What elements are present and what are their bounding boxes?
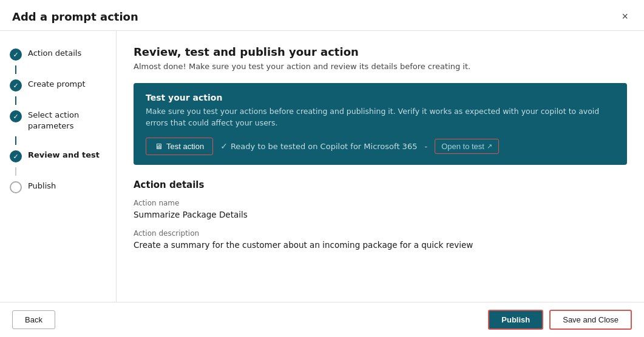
sidebar: ✓ Action details ✓ Create prompt ✓ Selec… bbox=[0, 31, 117, 302]
action-name-label: Action name bbox=[134, 199, 627, 207]
step-indicator-3: ✓ bbox=[10, 110, 22, 122]
separator: - bbox=[424, 142, 427, 151]
main-content: Review, test and publish your action Alm… bbox=[117, 31, 644, 302]
open-to-test-label: Open to test bbox=[441, 142, 484, 151]
sidebar-item-review-test[interactable]: ✓ Review and test bbox=[0, 145, 116, 167]
sidebar-item-select-params[interactable]: ✓ Select action parameters bbox=[0, 105, 116, 136]
sidebar-item-action-details[interactable]: ✓ Action details bbox=[0, 43, 116, 65]
sidebar-item-label-1: Action details bbox=[28, 48, 81, 59]
content-subtitle: Almost done! Make sure you test your act… bbox=[134, 62, 627, 71]
sidebar-item-label-4: Review and test bbox=[28, 150, 100, 161]
test-icon: 🖥 bbox=[155, 142, 163, 151]
sidebar-item-publish[interactable]: Publish bbox=[0, 176, 116, 198]
test-card-description: Make sure you test your actions before c… bbox=[146, 106, 615, 129]
action-details-section: Action details Action name Summarize Pac… bbox=[134, 179, 627, 250]
action-details-title: Action details bbox=[134, 179, 627, 190]
sidebar-item-label-3: Select action parameters bbox=[28, 110, 106, 132]
open-to-test-button[interactable]: Open to test ↗ bbox=[435, 139, 499, 154]
content-title: Review, test and publish your action bbox=[134, 45, 627, 58]
connector-3 bbox=[15, 136, 16, 145]
modal-header: Add a prompt action × bbox=[0, 0, 644, 31]
sidebar-item-create-prompt[interactable]: ✓ Create prompt bbox=[0, 74, 116, 96]
ready-text: ✓ Ready to be tested on Copilot for Micr… bbox=[220, 141, 417, 151]
checkmark-icon: ✓ bbox=[220, 141, 228, 151]
action-description-label: Action description bbox=[134, 229, 627, 238]
action-name-value: Summarize Package Details bbox=[134, 210, 627, 219]
close-button[interactable]: × bbox=[618, 10, 632, 23]
step-indicator-1: ✓ bbox=[10, 48, 22, 61]
connector-2 bbox=[15, 96, 16, 105]
action-description-value: Create a summary for the customer about … bbox=[134, 240, 627, 250]
ready-label: Ready to be tested on Copilot for Micros… bbox=[231, 142, 418, 151]
test-card-title: Test your action bbox=[146, 93, 615, 102]
step-indicator-4: ✓ bbox=[10, 150, 22, 162]
modal-footer: Back Publish Save and Close bbox=[0, 302, 644, 337]
sidebar-item-label-2: Create prompt bbox=[28, 79, 86, 90]
test-action-button-label: Test action bbox=[166, 142, 204, 151]
step-indicator-5 bbox=[10, 181, 22, 193]
modal-body: ✓ Action details ✓ Create prompt ✓ Selec… bbox=[0, 31, 644, 302]
test-action-row: 🖥 Test action ✓ Ready to be tested on Co… bbox=[146, 138, 615, 155]
add-prompt-action-modal: Add a prompt action × ✓ Action details ✓… bbox=[0, 0, 644, 337]
modal-title: Add a prompt action bbox=[12, 10, 138, 23]
step-indicator-2: ✓ bbox=[10, 79, 22, 92]
publish-button[interactable]: Publish bbox=[488, 310, 543, 330]
test-action-button[interactable]: 🖥 Test action bbox=[146, 138, 213, 155]
save-close-button[interactable]: Save and Close bbox=[549, 310, 632, 330]
test-action-card: Test your action Make sure you test your… bbox=[134, 83, 627, 165]
external-link-icon: ↗ bbox=[487, 142, 492, 150]
connector-4 bbox=[15, 167, 16, 176]
connector-1 bbox=[15, 65, 16, 74]
footer-right: Publish Save and Close bbox=[488, 310, 632, 330]
sidebar-item-label-5: Publish bbox=[28, 181, 56, 192]
back-button[interactable]: Back bbox=[12, 310, 55, 329]
